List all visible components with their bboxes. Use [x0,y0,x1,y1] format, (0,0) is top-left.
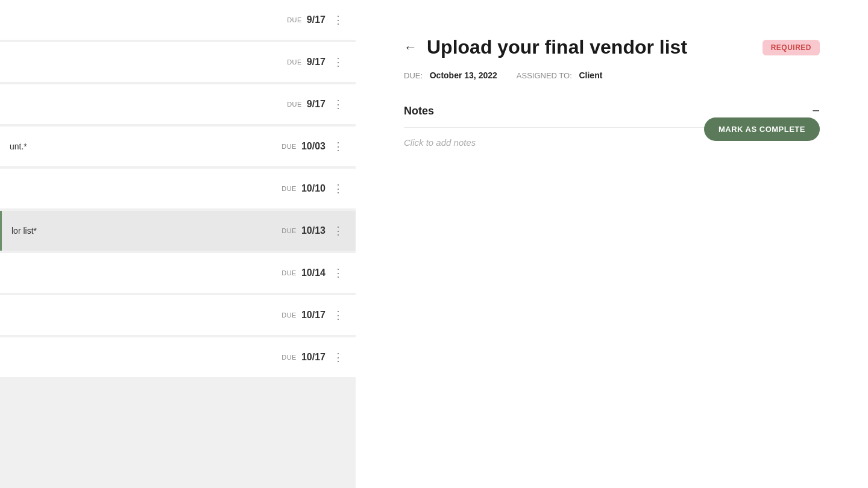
more-options-icon[interactable]: ⋮ [330,53,346,71]
notes-collapse-button[interactable]: − [812,104,820,117]
task-label: lor list* [11,226,37,236]
task-item[interactable]: lor list*DUE10/13⋮ [0,211,356,251]
task-due: DUE10/13 [281,225,326,236]
task-item[interactable]: DUE10/17⋮ [0,295,356,335]
due-label: DUE [287,58,302,66]
more-options-icon[interactable]: ⋮ [330,11,346,29]
due-date: 9/17 [307,14,326,25]
more-options-icon[interactable]: ⋮ [330,95,346,113]
due-label: DUE [281,185,297,192]
detail-header: ← Upload your final vendor list REQUIRED [404,36,820,58]
task-item[interactable]: DUE9/17⋮ [0,42,356,82]
notes-title: Notes [404,105,434,117]
task-item[interactable]: DUE10/10⋮ [0,169,356,208]
task-item[interactable]: DUE9/17⋮ [0,84,356,124]
due-date: 10/03 [301,141,326,152]
task-due: DUE9/17 [287,99,326,110]
more-options-icon[interactable]: ⋮ [330,306,346,324]
more-options-icon[interactable]: ⋮ [330,180,346,198]
task-due: DUE9/17 [287,57,326,67]
more-options-icon[interactable]: ⋮ [330,222,346,240]
due-date: 10/10 [301,183,326,194]
due-date: 10/17 [301,310,326,321]
detail-meta: DUE: October 13, 2022 ASSIGNED TO: Clien… [404,70,820,80]
task-due: DUE10/17 [281,310,326,321]
assigned-value: Client [579,70,602,80]
due-label: DUE: [404,71,423,80]
due-label: DUE [281,354,297,361]
due-date: 10/17 [301,352,326,363]
due-label: DUE [287,101,302,108]
due-label: DUE [281,227,297,234]
due-label: DUE [281,143,297,150]
task-due: DUE10/03 [281,141,326,152]
notes-placeholder[interactable]: Click to add notes [404,137,476,148]
back-arrow[interactable]: ← [404,40,417,55]
required-badge: REQUIRED [763,40,820,55]
notes-header: Notes − [404,104,820,117]
due-date: 9/17 [307,99,326,110]
due-date: 9/17 [307,57,326,67]
more-options-icon[interactable]: ⋮ [330,137,346,155]
task-item[interactable]: DUE10/17⋮ [0,337,356,377]
due-date: 10/14 [301,267,326,278]
right-panel: ← Upload your final vendor list REQUIRED… [356,0,868,488]
task-list: DUE9/17⋮DUE9/17⋮DUE9/17⋮unt.*DUE10/03⋮DU… [0,0,356,380]
task-item[interactable]: DUE9/17⋮ [0,0,356,40]
task-due: DUE10/14 [281,267,326,278]
more-options-icon[interactable]: ⋮ [330,264,346,282]
due-date: 10/13 [301,225,326,236]
task-due: DUE10/10 [281,183,326,194]
task-label: unt.* [10,142,27,151]
more-options-icon[interactable]: ⋮ [330,348,346,366]
mark-as-complete-button[interactable]: MARK AS COMPLETE [704,117,820,141]
task-due: DUE10/17 [281,352,326,363]
task-item[interactable]: unt.*DUE10/03⋮ [0,127,356,166]
left-panel: DUE9/17⋮DUE9/17⋮DUE9/17⋮unt.*DUE10/03⋮DU… [0,0,356,488]
page-title: Upload your final vendor list [427,36,753,58]
task-due: DUE9/17 [287,14,326,25]
due-label: DUE [287,16,302,23]
due-label: DUE [281,311,297,319]
task-item[interactable]: DUE10/14⋮ [0,253,356,293]
due-value: October 13, 2022 [430,70,497,80]
due-label: DUE [281,269,297,277]
assigned-label: ASSIGNED TO: [517,71,572,80]
